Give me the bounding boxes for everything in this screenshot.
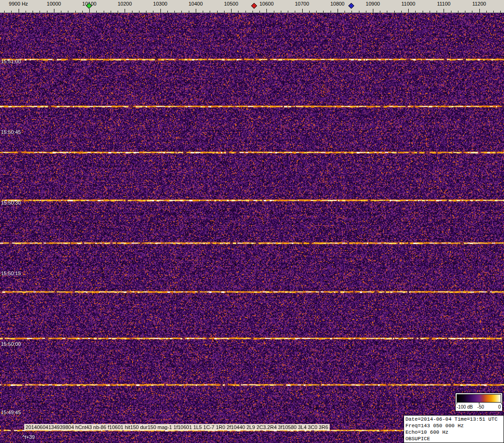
ruler-minor-tick bbox=[174, 11, 175, 13]
ruler-major-tick bbox=[231, 9, 232, 13]
legend-labels: -100 dB -50 0 bbox=[457, 404, 501, 410]
ruler-minor-tick bbox=[394, 11, 395, 13]
ruler-minor-tick bbox=[132, 11, 133, 13]
freq-label: 10700 bbox=[295, 1, 309, 7]
ruler-minor-tick bbox=[68, 11, 68, 13]
freq-label: 11200 bbox=[472, 1, 486, 7]
time-axis-label: 15:50:00 bbox=[1, 341, 21, 347]
freq-marker-red-icon[interactable] bbox=[251, 3, 257, 9]
time-offset-label: ^t+39 bbox=[22, 434, 35, 440]
ruler-minor-tick bbox=[11, 11, 12, 13]
freq-marker-blue-icon[interactable] bbox=[348, 3, 354, 9]
event-info-text: 20140604134939804 hCnt43 nb-86 f10601 hi… bbox=[24, 424, 330, 430]
db-scale-legend: -100 dB -50 0 bbox=[455, 393, 503, 411]
ruler-minor-tick bbox=[380, 11, 380, 13]
legend-label-mid: -50 bbox=[477, 404, 484, 410]
ruler-minor-tick bbox=[359, 11, 359, 13]
ruler-minor-tick bbox=[387, 11, 387, 13]
ruler-minor-tick bbox=[224, 11, 225, 13]
ruler-major-tick bbox=[338, 9, 338, 13]
ruler-minor-tick bbox=[316, 11, 317, 13]
ruler-minor-tick bbox=[423, 11, 423, 13]
ruler-major-tick bbox=[479, 9, 480, 13]
ruler-minor-tick bbox=[238, 11, 239, 13]
ruler-major-tick bbox=[196, 9, 196, 13]
ruler-minor-tick bbox=[111, 11, 111, 13]
ruler-minor-tick bbox=[351, 11, 352, 13]
station-info-box: Date=2014-06-04 Time=13:51 UTC Freq=143 … bbox=[404, 415, 504, 443]
ruler-minor-tick bbox=[26, 11, 26, 13]
ruler-minor-tick bbox=[189, 11, 189, 13]
freq-label: 10800 bbox=[330, 1, 345, 7]
ruler-minor-tick bbox=[61, 11, 61, 13]
ruler-minor-tick bbox=[437, 11, 437, 13]
spectrogram-app-window: 9900 Hz100001010010200103001040010500106… bbox=[0, 0, 504, 443]
ruler-minor-tick bbox=[118, 11, 118, 13]
ruler-minor-tick bbox=[4, 11, 5, 13]
info-line-echo: Echo=10 600 Hz bbox=[405, 429, 502, 436]
ruler-major-tick bbox=[408, 9, 409, 13]
ruler-minor-tick bbox=[458, 11, 458, 13]
ruler-minor-tick bbox=[245, 11, 246, 13]
ruler-minor-tick bbox=[181, 11, 182, 13]
ruler-minor-tick bbox=[210, 11, 210, 13]
ruler-minor-tick bbox=[309, 11, 310, 13]
time-axis-label: 15:50:45 bbox=[1, 129, 21, 135]
ruler-major-tick bbox=[89, 9, 90, 13]
freq-label: 10600 bbox=[259, 1, 274, 7]
time-axis-label: 15:49:45 bbox=[1, 410, 21, 415]
ruler-major-tick bbox=[160, 9, 161, 13]
db-gradient-bar bbox=[457, 394, 501, 403]
info-line-freq: Freq=143 050 000 Hz bbox=[405, 423, 502, 429]
freq-label: 10400 bbox=[189, 1, 203, 7]
ruler-minor-tick bbox=[167, 11, 168, 13]
ruler-minor-tick bbox=[331, 11, 331, 13]
time-axis-label: 15:50:30 bbox=[1, 200, 21, 205]
ruler-major-tick bbox=[444, 9, 444, 13]
freq-label: 10000 bbox=[47, 1, 61, 7]
ruler-major-tick bbox=[266, 9, 267, 13]
freq-label: 9900 Hz bbox=[9, 1, 28, 7]
ruler-minor-tick bbox=[366, 11, 366, 13]
ruler-major-tick bbox=[19, 9, 19, 13]
legend-label-max: 0 bbox=[498, 404, 501, 410]
info-line-station: OBSUPICE bbox=[405, 436, 502, 442]
ruler-minor-tick bbox=[295, 11, 295, 13]
ruler-minor-tick bbox=[493, 11, 494, 13]
ruler-minor-tick bbox=[33, 11, 33, 13]
ruler-minor-tick bbox=[281, 11, 281, 13]
freq-label: 10200 bbox=[118, 1, 132, 7]
ruler-minor-tick bbox=[96, 11, 97, 13]
ruler-minor-tick bbox=[451, 11, 451, 13]
ruler-minor-tick bbox=[153, 11, 153, 13]
freq-label: 10500 bbox=[224, 1, 239, 7]
ruler-minor-tick bbox=[47, 11, 47, 13]
ruler-minor-tick bbox=[146, 11, 146, 13]
ruler-minor-tick bbox=[401, 11, 402, 13]
ruler-minor-tick bbox=[500, 11, 501, 13]
legend-label-min: -100 dB bbox=[457, 404, 473, 410]
freq-label: 11100 bbox=[437, 1, 451, 7]
ruler-minor-tick bbox=[40, 11, 40, 13]
ruler-minor-tick bbox=[139, 11, 139, 13]
waterfall-area: 15:51:0015:50:4515:50:3015:50:1515:50:00… bbox=[0, 13, 504, 443]
ruler-minor-tick bbox=[345, 11, 345, 13]
info-line-date: Date=2014-06-04 Time=13:51 UTC bbox=[405, 416, 502, 423]
frequency-ruler[interactable]: 9900 Hz100001010010200103001040010500106… bbox=[0, 0, 504, 13]
ruler-major-tick bbox=[125, 9, 125, 13]
ruler-minor-tick bbox=[82, 11, 83, 13]
ruler-minor-tick bbox=[323, 11, 324, 13]
ruler-minor-tick bbox=[274, 11, 274, 13]
time-axis-label: 15:51:00 bbox=[1, 59, 21, 64]
ruler-minor-tick bbox=[252, 11, 253, 13]
freq-label: 11000 bbox=[401, 1, 415, 7]
waterfall-spectrogram[interactable] bbox=[0, 13, 504, 443]
ruler-minor-tick bbox=[415, 11, 416, 13]
ruler-minor-tick bbox=[259, 11, 260, 13]
ruler-minor-tick bbox=[486, 11, 487, 13]
ruler-major-tick bbox=[54, 9, 54, 13]
time-axis-label: 15:50:15 bbox=[1, 271, 21, 276]
ruler-minor-tick bbox=[465, 11, 465, 13]
ruler-minor-tick bbox=[288, 11, 288, 13]
ruler-minor-tick bbox=[203, 11, 203, 13]
